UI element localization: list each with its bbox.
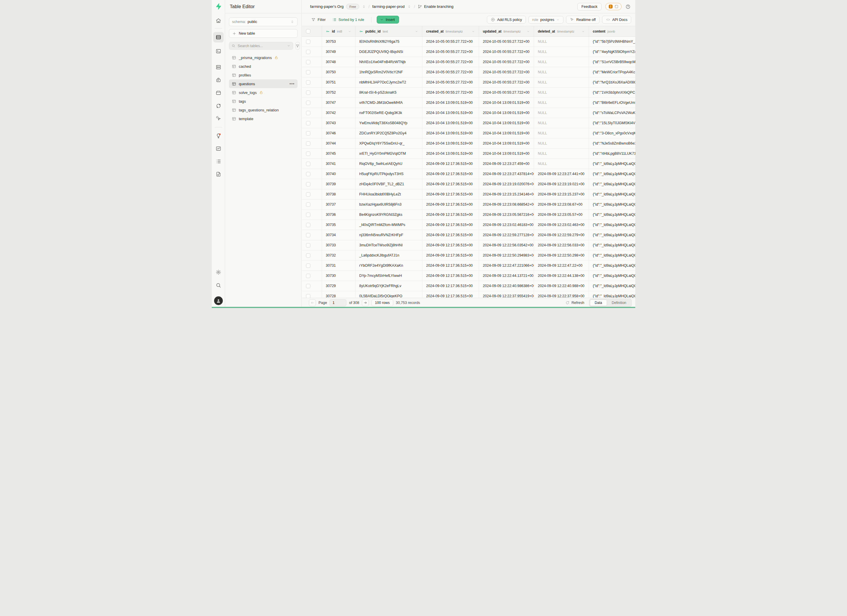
cell-updated_at[interactable]: 2024-09-09 12:22:56.03542+00 bbox=[479, 240, 534, 250]
reports-icon[interactable] bbox=[215, 146, 221, 152]
cell-created_at[interactable]: 2024-09-09 12:17:36.515+00 bbox=[422, 251, 479, 260]
help-icon[interactable] bbox=[626, 4, 631, 9]
next-page-button[interactable] bbox=[362, 299, 369, 306]
sidebar-table-item-cached[interactable]: cached bbox=[229, 62, 298, 71]
add-rls-policy-button[interactable]: Add RLS policy bbox=[487, 16, 525, 24]
tab-data[interactable]: Data bbox=[590, 299, 607, 306]
cell-content[interactable]: {"id":"_Id9aLyJpMHQLaiQC bbox=[589, 159, 635, 169]
tab-definition[interactable]: Definition bbox=[607, 299, 631, 306]
row-checkbox[interactable] bbox=[306, 70, 310, 74]
settings-gear-icon[interactable] bbox=[215, 269, 221, 275]
insert-button[interactable]: Insert bbox=[377, 16, 399, 24]
cell-public_id[interactable]: 3muDHTceTWso9IZj8hHNI bbox=[356, 240, 422, 250]
sort-button[interactable]: Sorted by 1 rule bbox=[331, 16, 366, 23]
row-checkbox[interactable] bbox=[306, 80, 310, 85]
cell-public_id[interactable]: zHDq4c0F0VBF_TL2_dBZ1 bbox=[356, 179, 422, 189]
cell-public_id[interactable]: YwEmuWdqT38XoSB048QYp bbox=[356, 118, 422, 128]
cell-id[interactable]: 30743 bbox=[322, 118, 356, 128]
table-editor-icon-selected[interactable] bbox=[213, 32, 224, 43]
cell-created_at[interactable]: 2024-09-09 12:17:36.515+00 bbox=[422, 189, 479, 199]
cell-id[interactable]: 30740 bbox=[322, 169, 356, 179]
realtime-icon[interactable] bbox=[215, 115, 221, 121]
cell-created_at[interactable]: 2024-10-04 13:09:01.519+00 bbox=[422, 149, 479, 159]
row-checkbox[interactable] bbox=[306, 233, 310, 237]
cell-updated_at[interactable]: 2024-09-09 12:22:47.221066+00 bbox=[479, 261, 534, 271]
page-number-input[interactable] bbox=[329, 299, 347, 306]
cell-content[interactable]: {"id":"_Id9aLyJpMHQLaiQC bbox=[589, 189, 635, 199]
cell-created_at[interactable]: 2024-09-09 12:17:36.515+00 bbox=[422, 291, 479, 298]
column-header-created_at[interactable]: created_attimestamptz bbox=[422, 26, 479, 36]
cell-content[interactable]: {"id":"_Id9aLyJpMHQLaiQC bbox=[589, 240, 635, 250]
cell-deleted_at[interactable]: NULL bbox=[534, 159, 589, 169]
enable-branching-button[interactable]: Enable branching bbox=[418, 4, 453, 9]
cell-created_at[interactable]: 2024-09-09 12:17:36.515+00 bbox=[422, 271, 479, 281]
cell-id[interactable]: 30738 bbox=[322, 189, 356, 199]
row-checkbox[interactable] bbox=[306, 162, 310, 166]
cell-deleted_at[interactable]: 2024-09-09 12:23:08.67+00 bbox=[534, 199, 589, 209]
cell-public_id[interactable]: bzwXazHgax6UIR58j6Fn3 bbox=[356, 199, 422, 209]
column-header-id[interactable]: idint8 bbox=[322, 26, 356, 36]
cell-deleted_at[interactable]: NULL bbox=[534, 77, 589, 87]
cell-public_id[interactable]: rYbORF2e4YgDt9fKAXaKn bbox=[356, 261, 422, 271]
realtime-toggle-button[interactable]: Realtime off bbox=[566, 16, 599, 24]
cell-updated_at[interactable]: 2024-09-09 12:23:27.437814+00 bbox=[479, 169, 534, 179]
row-checkbox[interactable] bbox=[306, 141, 310, 146]
notifications-button[interactable] bbox=[605, 3, 621, 10]
cell-deleted_at[interactable]: NULL bbox=[534, 67, 589, 77]
cell-updated_at[interactable]: 2024-10-04 13:09:01.519+00 bbox=[479, 149, 534, 159]
chevron-down-icon[interactable] bbox=[527, 29, 530, 33]
cell-content[interactable]: {"id":"15LSIyT0JGMf3Kl4Vn bbox=[589, 118, 635, 128]
cell-deleted_at[interactable]: 2024-09-09 12:22:47.22+00 bbox=[534, 261, 589, 271]
previous-page-button[interactable] bbox=[309, 299, 316, 306]
storage-icon[interactable] bbox=[215, 90, 221, 96]
cell-public_id[interactable]: 8yUKotr9qGYjK2eFRhgLv bbox=[356, 281, 422, 291]
cell-deleted_at[interactable]: NULL bbox=[534, 118, 589, 128]
cell-public_id[interactable]: nbMhHL3AP7OcCJymc2wT2 bbox=[356, 77, 422, 87]
cell-deleted_at[interactable]: 2024-09-09 12:23:05.57+00 bbox=[534, 210, 589, 220]
row-checkbox[interactable] bbox=[306, 172, 310, 176]
row-checkbox[interactable] bbox=[306, 182, 310, 186]
cell-content[interactable]: {"id":"4wyNgK55lOfrpmYZc bbox=[589, 47, 635, 57]
cell-updated_at[interactable]: 2024-10-05 00:55:27.722+00 bbox=[479, 67, 534, 77]
row-checkbox[interactable] bbox=[306, 284, 310, 288]
cell-updated_at[interactable]: 2024-09-09 12:23:27.459+00 bbox=[479, 159, 534, 169]
column-header-deleted_at[interactable]: deleted_attimestamptz bbox=[534, 26, 589, 36]
cell-updated_at[interactable]: 2024-10-04 13:09:01.519+00 bbox=[479, 139, 534, 148]
chevron-down-icon[interactable] bbox=[348, 29, 351, 33]
logs-icon[interactable] bbox=[215, 159, 221, 164]
cell-public_id[interactable]: xrETl_HyGY0mPMGVqtOTM bbox=[356, 149, 422, 159]
cell-updated_at[interactable]: 2024-09-09 12:23:02.46183+00 bbox=[479, 220, 534, 230]
cell-public_id[interactable]: H5uqFKpRUTPkjxdysT3HS bbox=[356, 169, 422, 179]
cell-created_at[interactable]: 2024-09-09 12:17:36.515+00 bbox=[422, 281, 479, 291]
chevron-down-icon[interactable] bbox=[472, 29, 475, 33]
cell-content[interactable]: {"id":"_Id9aLyJpMHQLaiQC bbox=[589, 220, 635, 230]
cell-updated_at[interactable]: 2024-10-04 13:09:01.519+00 bbox=[479, 118, 534, 128]
sidebar-filter-button[interactable] bbox=[295, 42, 300, 50]
api-docs-button[interactable]: API Docs bbox=[602, 16, 631, 24]
user-avatar[interactable] bbox=[214, 296, 223, 305]
cell-public_id[interactable]: DGEJfJZPQUV9Q-IBqsNSi bbox=[356, 47, 422, 57]
supabase-logo[interactable] bbox=[215, 3, 222, 10]
advisors-icon[interactable] bbox=[215, 133, 221, 139]
cell-deleted_at[interactable]: 2024-09-09 12:22:59.279+00 bbox=[534, 230, 589, 240]
row-checkbox[interactable] bbox=[306, 294, 310, 298]
cell-deleted_at[interactable]: 2024-09-09 12:23:27.441+00 bbox=[534, 169, 589, 179]
cell-content[interactable]: {"id":"5b7j5Pz9WHBNmY_A bbox=[589, 37, 635, 47]
cell-content[interactable]: {"id":"_Id9aLyJpMHQLaiQC bbox=[589, 210, 635, 220]
cell-content[interactable]: {"id":"_Id9aLyJpMHQLaiQC bbox=[589, 230, 635, 240]
cell-id[interactable]: 30747 bbox=[322, 98, 356, 108]
cell-content[interactable]: {"id":"_Id9aLyJpMHQLaiQC bbox=[589, 179, 635, 189]
cell-id[interactable]: 30734 bbox=[322, 230, 356, 240]
cell-updated_at[interactable]: 2024-09-09 12:23:05.567216+00 bbox=[479, 210, 534, 220]
cell-updated_at[interactable]: 2024-09-09 12:23:19.020076+00 bbox=[479, 179, 534, 189]
cell-id[interactable]: 30737 bbox=[322, 199, 356, 209]
cell-updated_at[interactable]: 2024-10-05 00:55:27.722+00 bbox=[479, 77, 534, 87]
cell-updated_at[interactable]: 2024-10-04 13:09:01.519+00 bbox=[479, 108, 534, 118]
cell-public_id[interactable]: nj336mN5reuRVNZrKHFpF bbox=[356, 230, 422, 240]
cell-updated_at[interactable]: 2024-10-05 00:55:27.722+00 bbox=[479, 57, 534, 67]
cell-public_id[interactable]: 0L5BAfDaLDl5rQOiqeKPO bbox=[356, 291, 422, 298]
column-header-public_id[interactable]: public_idtext bbox=[356, 26, 422, 36]
rows-per-page-button[interactable]: 100 rows bbox=[372, 299, 393, 306]
sidebar-table-item-questions[interactable]: questions••• bbox=[229, 80, 298, 88]
cell-content[interactable]: {"id":"sTsWaLCPsVA2WuK2 bbox=[589, 108, 635, 118]
